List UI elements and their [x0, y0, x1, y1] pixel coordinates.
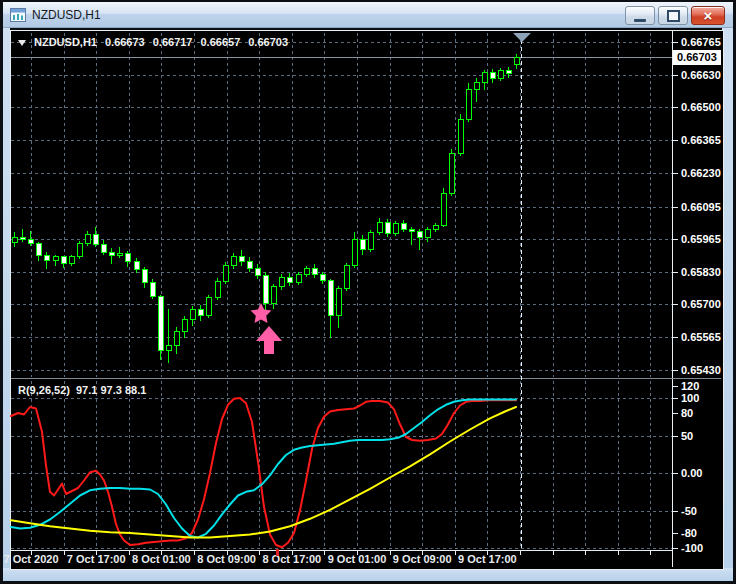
candle	[36, 243, 41, 255]
candle	[12, 237, 17, 242]
candle	[174, 332, 179, 346]
candle	[223, 266, 228, 282]
candle	[474, 83, 479, 90]
candle	[61, 257, 66, 263]
candle	[142, 269, 147, 283]
current-price-tag: 0.66703	[673, 50, 721, 65]
separators	[11, 31, 721, 567]
candle	[279, 278, 284, 287]
candle	[458, 119, 463, 153]
candle	[271, 286, 276, 303]
header-open: 0.66673	[105, 36, 145, 48]
candle	[20, 237, 25, 239]
candle	[125, 253, 130, 262]
candle	[190, 310, 195, 320]
candle	[93, 235, 98, 245]
candle	[247, 262, 252, 268]
candle	[166, 345, 171, 350]
candle	[433, 225, 438, 230]
candle	[417, 231, 422, 237]
candle	[77, 243, 82, 257]
candle	[368, 232, 373, 249]
candle	[231, 257, 236, 266]
candle	[255, 268, 260, 275]
time-axis-red-marker	[276, 549, 279, 556]
indicator-label: R(9,26,52) 97.1 97.3 88.1	[18, 384, 146, 396]
chart-header: NZDUSD,H1 0.66673 0.66717 0.66657 0.6670…	[18, 36, 288, 48]
candle	[401, 224, 406, 230]
candle	[312, 268, 317, 274]
mt4-chart-window: NZDUSD,H1 × NZDUSD,H1 0.66673 0.66717 0.…	[0, 0, 736, 584]
candle	[53, 257, 58, 261]
header-symbol: NZDUSD,H1	[34, 36, 97, 48]
candle	[344, 266, 349, 289]
candle	[498, 70, 503, 79]
candle	[385, 223, 390, 234]
candle	[449, 154, 454, 193]
candle	[198, 310, 203, 316]
oscillator-line-medium	[11, 400, 516, 538]
candle	[441, 193, 446, 225]
candle	[304, 268, 309, 274]
candle	[287, 278, 292, 283]
candle	[101, 245, 106, 252]
candle	[239, 257, 244, 262]
candle	[69, 257, 74, 263]
symbol-dropdown-icon[interactable]	[18, 40, 26, 46]
candle	[393, 224, 398, 234]
candle	[150, 283, 155, 297]
candle	[336, 289, 341, 316]
header-high: 0.66717	[153, 36, 193, 48]
candle	[482, 73, 487, 83]
candle	[117, 253, 122, 255]
header-close: 0.66703	[248, 36, 288, 48]
candle	[206, 298, 211, 316]
candle	[466, 90, 471, 119]
candle	[85, 235, 90, 244]
candle	[215, 282, 220, 298]
candle	[360, 240, 365, 250]
oscillator-line-fast	[11, 398, 516, 547]
oscillator-line-slow	[11, 407, 516, 538]
candle	[328, 280, 333, 316]
candle	[352, 240, 357, 266]
indicator-name: R(9,26,52)	[18, 384, 70, 396]
candle	[158, 296, 163, 350]
candle	[44, 256, 49, 261]
candle	[320, 274, 325, 280]
candlestick-chart[interactable]	[0, 0, 736, 584]
candle	[425, 230, 430, 237]
buy-signal-star-icon[interactable]	[251, 303, 272, 323]
candle	[263, 275, 268, 303]
candle	[490, 73, 495, 79]
candle	[377, 223, 382, 233]
candle	[109, 252, 114, 256]
candle	[182, 320, 187, 332]
candle	[28, 240, 33, 244]
chart-shift-triangle-icon[interactable]	[513, 33, 531, 42]
candle	[506, 70, 511, 74]
candle	[134, 262, 139, 269]
candle	[514, 57, 519, 64]
current-price-value: 0.66703	[677, 51, 717, 63]
candle	[409, 230, 414, 231]
buy-signal-arrow-icon[interactable]	[256, 326, 282, 354]
candle	[296, 274, 301, 283]
header-low: 0.66657	[200, 36, 240, 48]
indicator-values: 97.1 97.3 88.1	[76, 384, 146, 396]
